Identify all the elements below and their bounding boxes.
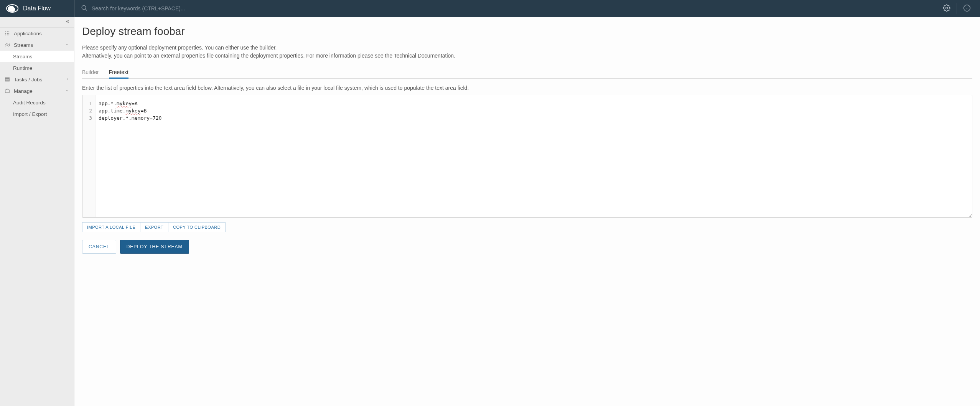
sidebar-item-manage[interactable]: Manage <box>0 85 74 97</box>
svg-point-0 <box>82 5 86 10</box>
svg-point-6 <box>5 31 6 32</box>
svg-point-11 <box>8 33 9 34</box>
grid-icon <box>5 31 12 36</box>
svg-rect-16 <box>5 79 10 80</box>
main-content: Deploy stream foobar Please specify any … <box>74 17 980 406</box>
sidebar-item-label: Runtime <box>13 65 32 71</box>
page-desc-line: Alternatively, you can point to an exter… <box>82 52 972 60</box>
app-name: Data Flow <box>23 5 51 12</box>
cancel-button[interactable]: CANCEL <box>82 240 116 254</box>
chevron-down-icon <box>65 42 69 48</box>
line-number: 1 <box>84 100 92 107</box>
tab-builder[interactable]: Builder <box>82 67 99 79</box>
svg-rect-18 <box>5 90 10 93</box>
editor-toolbar: IMPORT A LOCAL FILE EXPORT COPY TO CLIPB… <box>82 222 972 232</box>
svg-point-8 <box>8 31 9 32</box>
info-icon <box>963 4 971 13</box>
sidebar-item-label: Import / Export <box>13 111 47 117</box>
svg-point-9 <box>5 33 6 34</box>
svg-point-14 <box>8 35 9 35</box>
svg-point-13 <box>7 35 8 35</box>
collapse-sidebar-icon[interactable] <box>65 19 70 25</box>
line-number: 2 <box>84 107 92 114</box>
page-description: Please specify any optional deployment p… <box>82 44 972 60</box>
sidebar-item-streams[interactable]: Streams <box>0 39 74 51</box>
import-local-file-button[interactable]: IMPORT A LOCAL FILE <box>82 222 140 232</box>
properties-editor[interactable]: 1 2 3 app.*.mykey=A app.time.mykey=B dep… <box>82 95 972 218</box>
sidebar-item-label: Streams <box>13 54 32 59</box>
sidebar-item-label: Applications <box>14 31 42 36</box>
svg-point-2 <box>946 7 948 9</box>
search-icon <box>81 5 88 13</box>
sidebar-item-label: Tasks / Jobs <box>14 77 42 83</box>
search-bar[interactable] <box>81 5 940 13</box>
header-actions <box>940 2 974 15</box>
svg-line-1 <box>85 9 87 11</box>
svg-point-12 <box>5 35 6 35</box>
copy-to-clipboard-button[interactable]: COPY TO CLIPBOARD <box>168 222 226 232</box>
sidebar-subitem-audit-records[interactable]: Audit Records <box>0 97 74 108</box>
tab-freetext[interactable]: Freetext <box>109 67 128 79</box>
header-divider <box>74 0 75 17</box>
sidebar-subitem-streams[interactable]: Streams <box>0 51 74 62</box>
chevron-down-icon <box>65 88 69 94</box>
export-button[interactable]: EXPORT <box>140 222 168 232</box>
editor-gutter: 1 2 3 <box>82 95 96 217</box>
sidebar-item-label: Manage <box>14 88 33 94</box>
logo[interactable]: Data Flow <box>6 4 74 13</box>
app-logo-icon <box>6 4 18 13</box>
header-action-divider <box>957 3 957 14</box>
tabs: Builder Freetext <box>82 67 972 79</box>
editor-textarea[interactable]: app.*.mykey=A app.time.mykey=B deployer.… <box>96 95 972 217</box>
svg-rect-17 <box>5 80 10 81</box>
svg-point-7 <box>7 31 8 32</box>
sidebar-subitem-import-export[interactable]: Import / Export <box>0 108 74 120</box>
page-title: Deploy stream foobar <box>82 25 972 38</box>
sidebar: Applications Streams Streams Runtime Tas… <box>0 17 74 406</box>
app-header: Data Flow <box>0 0 980 17</box>
svg-rect-15 <box>5 78 10 78</box>
sidebar-item-label: Audit Records <box>13 100 46 106</box>
sidebar-subitem-runtime[interactable]: Runtime <box>0 62 74 74</box>
sidebar-collapse-bar <box>0 17 74 28</box>
svg-point-10 <box>7 33 8 34</box>
streams-icon <box>5 42 12 48</box>
sidebar-item-applications[interactable]: Applications <box>0 28 74 39</box>
manage-icon <box>5 88 12 94</box>
line-number: 3 <box>84 114 92 122</box>
chevron-right-icon <box>65 77 69 83</box>
deploy-stream-button[interactable]: DEPLOY THE STREAM <box>120 240 189 254</box>
tasks-icon <box>5 77 12 82</box>
page-desc-line: Please specify any optional deployment p… <box>82 44 972 52</box>
sidebar-item-label: Streams <box>14 42 33 48</box>
sidebar-item-tasks-jobs[interactable]: Tasks / Jobs <box>0 74 74 85</box>
action-buttons: CANCEL DEPLOY THE STREAM <box>82 240 972 254</box>
gear-icon <box>943 4 950 13</box>
settings-button[interactable] <box>940 2 954 15</box>
search-input[interactable] <box>92 5 940 12</box>
info-button[interactable] <box>960 2 974 15</box>
editor-hint: Enter the list of properties into the te… <box>82 85 972 91</box>
